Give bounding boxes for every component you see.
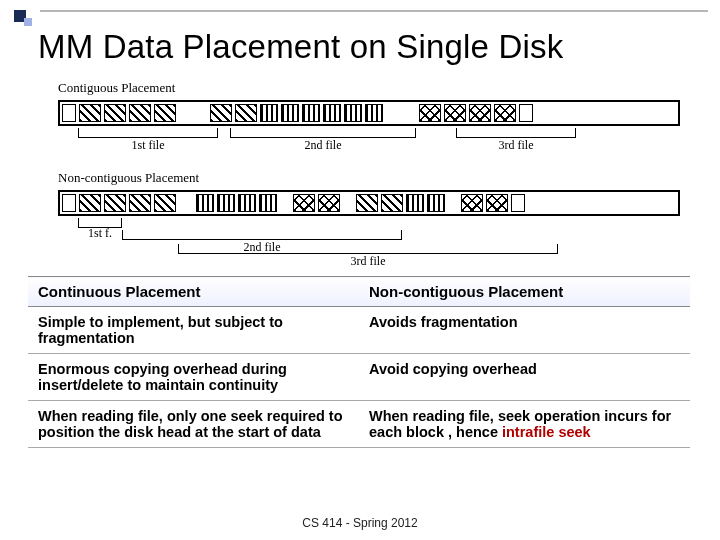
cell: When reading file, seek operation incurs… — [359, 401, 690, 448]
table-row: Simple to implement, but subject to frag… — [28, 307, 690, 354]
slide: MM Data Placement on Single Disk Contigu… — [0, 0, 720, 540]
diagram-label-noncontig: Non-contiguous Placement — [58, 170, 680, 186]
bracket-label: 3rd file — [499, 138, 534, 153]
cell: When reading file, only one seek require… — [28, 401, 359, 448]
bracket-label: 1st f. — [88, 226, 112, 241]
track-contiguous — [58, 100, 680, 126]
highlight-intrafile-seek: intrafile seek — [502, 424, 591, 440]
corner-ornament — [14, 10, 34, 30]
cell: Avoids fragmentation — [359, 307, 690, 354]
top-rule — [40, 10, 708, 12]
brackets-noncontig: 1st f. 2nd file 3rd file — [58, 218, 680, 262]
bracket-label: 3rd file — [351, 254, 386, 269]
brackets-contig: 1st file 2nd file 3rd file — [58, 128, 680, 154]
cell: Enormous copying overhead during insert/… — [28, 354, 359, 401]
cell: Avoid copying overhead — [359, 354, 690, 401]
table-row: When reading file, only one seek require… — [28, 401, 690, 448]
bracket-label: 1st file — [132, 138, 165, 153]
track-noncontiguous — [58, 190, 680, 216]
diagram-label-contig: Contiguous Placement — [58, 80, 680, 96]
placement-diagram: Contiguous Placement 1st file 2nd file 3… — [58, 80, 680, 262]
comparison-table: Continuous Placement Non-contiguous Plac… — [28, 276, 690, 448]
col-header-left: Continuous Placement — [28, 277, 359, 307]
cell: Simple to implement, but subject to frag… — [28, 307, 359, 354]
page-title: MM Data Placement on Single Disk — [38, 28, 690, 66]
table-header-row: Continuous Placement Non-contiguous Plac… — [28, 277, 690, 307]
table-row: Enormous copying overhead during insert/… — [28, 354, 690, 401]
slide-footer: CS 414 - Spring 2012 — [0, 516, 720, 530]
bracket-label: 2nd file — [305, 138, 342, 153]
col-header-right: Non-contiguous Placement — [359, 277, 690, 307]
